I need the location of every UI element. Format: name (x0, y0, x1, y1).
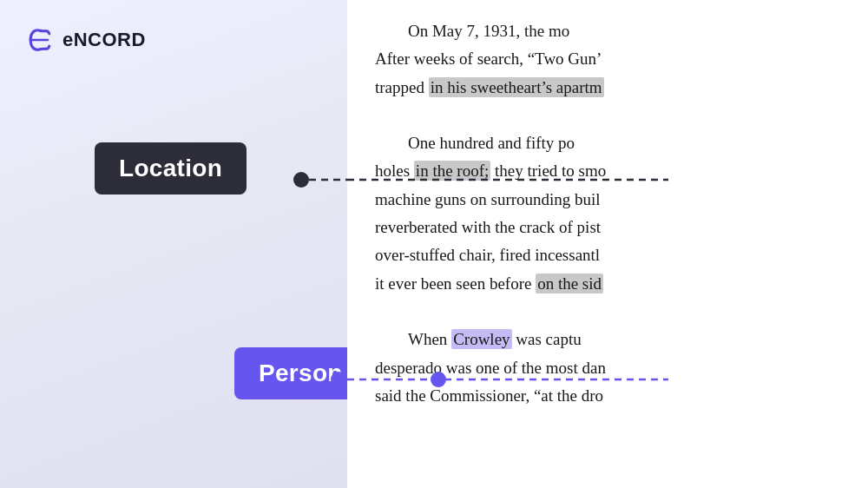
encord-logo-icon (24, 24, 56, 56)
para3-line3: said the Commissioner, “at the dro (375, 386, 603, 405)
para2-line1: One hundred and fifty po (375, 129, 847, 157)
location-label[interactable]: Location (95, 142, 247, 195)
para3-line2: desperado was one of the most dan (375, 359, 606, 377)
right-panel: On May 7, 1931, the mo After weeks of se… (347, 0, 868, 488)
text-content: On May 7, 1931, the mo After weeks of se… (375, 17, 847, 410)
paragraph-2: One hundred and fifty po holes in the ro… (375, 129, 847, 298)
paragraph-3: When Crowley was captu desperado was one… (375, 326, 847, 410)
para2-line3: machine guns on surrounding buil (375, 190, 601, 208)
logo-area: eNCORD (24, 24, 146, 56)
logo-text: eNCORD (62, 29, 146, 51)
connector-lines (0, 0, 347, 488)
person-connector-left (0, 0, 347, 488)
para2-line6: it ever been seen before on the sid (375, 274, 603, 293)
left-panel: eNCORD Location Person (0, 0, 347, 488)
para1-line2: After weeks of search, “Two Gun’ (375, 49, 602, 68)
highlight-roof: in the roof; (414, 161, 490, 181)
highlight-side: on the sid (536, 274, 603, 293)
para2-line2: holes in the roof; they tried to smo (375, 161, 606, 181)
highlight-apartment: in his sweetheart’s apartm (429, 77, 604, 97)
para1-line1: On May 7, 1931, the mo (375, 17, 847, 45)
para2-line4: reverberated with the crack of pist (375, 218, 601, 236)
paragraph-1: On May 7, 1931, the mo After weeks of se… (375, 17, 847, 102)
highlight-crowley: Crowley (451, 329, 511, 349)
para1-line3: trapped in his sweetheart’s apartm (375, 77, 604, 97)
svg-point-0 (293, 172, 309, 188)
para2-line5: over-stuffed chair, fired incessantl (375, 246, 600, 264)
para3-line1: When Crowley was captu (375, 326, 847, 353)
